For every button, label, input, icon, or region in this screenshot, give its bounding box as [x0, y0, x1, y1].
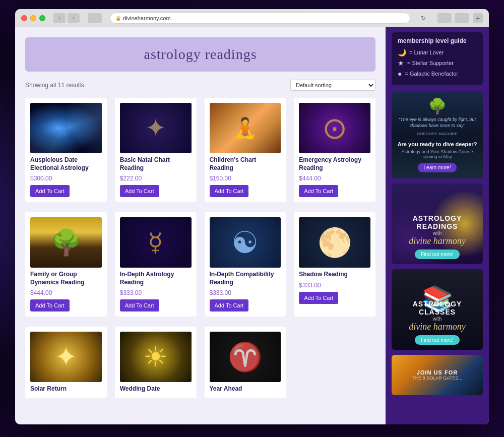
product-image-childrens[interactable]: [210, 103, 281, 153]
product-image-solar-return[interactable]: [30, 332, 102, 382]
add-to-cart-auspicious[interactable]: Add To Cart: [30, 185, 70, 197]
share-button[interactable]: [437, 13, 452, 23]
product-card-wedding: Wedding Date: [115, 327, 197, 398]
product-image-shadow[interactable]: [299, 217, 370, 268]
product-price-compat: $333.00: [210, 289, 281, 296]
product-name-compat: In-Depth Compatibility Reading: [210, 271, 281, 286]
product-card-year-ahead: Year Ahead: [205, 327, 286, 398]
sidebar-toggle[interactable]: [88, 13, 102, 23]
stellar-label: = Stellar Supporter: [407, 60, 454, 66]
product-image-emergency[interactable]: [299, 103, 370, 153]
lunar-label: = Lunar Lover: [409, 49, 444, 55]
sort-select[interactable]: Default sorting Sort by popularity Sort …: [290, 80, 375, 91]
product-grid-row1: Auspicious Date Electional Astrology $30…: [25, 98, 375, 202]
product-image-auspicious[interactable]: [30, 103, 102, 153]
product-image-year-ahead[interactable]: [210, 332, 281, 382]
add-to-cart-family[interactable]: Add To Cart: [30, 299, 70, 311]
product-name-solar-return: Solar Return: [30, 385, 102, 393]
product-card-childrens: Children's Chart Reading $150.00 Add To …: [205, 98, 286, 202]
add-to-cart-natal[interactable]: Add To Cart: [120, 185, 159, 197]
product-name-emergency: Emergency Astrology Reading: [299, 156, 370, 172]
product-card-natal: Basic Natal Chart Reading $222.00 Add To…: [115, 98, 197, 202]
astrology-readings-banner[interactable]: ASTROLOGY READINGS with divine harmony F…: [392, 183, 483, 264]
product-card-auspicious: Auspicious Date Electional Astrology $30…: [25, 98, 107, 202]
astrology-readings-bg: ASTROLOGY READINGS with divine harmony F…: [392, 183, 483, 264]
product-card-solar-return: Solar Return: [25, 327, 107, 398]
shadow-quote: "The eye is always caught by light, but …: [397, 117, 478, 129]
membership-item-galactic: ● = Galactic Benefactor: [398, 70, 477, 78]
browser-window: ‹ › 🔒 divineharmony.com ↻ + astrology re…: [15, 9, 489, 424]
close-button[interactable]: [21, 15, 27, 21]
product-card-emergency: Emergency Astrology Reading $444.00 Add …: [294, 98, 375, 202]
product-price-indepth-astro: $333.00: [120, 289, 192, 296]
product-price-childrens: $150.00: [210, 175, 281, 182]
product-image-wedding[interactable]: [120, 332, 192, 382]
stellar-icon: ★: [398, 59, 404, 67]
product-price-family: $444.00: [30, 289, 102, 296]
maximize-button[interactable]: [39, 15, 45, 21]
product-grid-row3: Solar Return Wedding Date Year Ahead: [25, 327, 375, 398]
add-to-cart-indepth-astro[interactable]: Add To Cart: [120, 299, 159, 311]
classes-with: with: [433, 316, 442, 322]
shadow-sub: Astrology and Your Shadow Course coming …: [397, 149, 478, 159]
classes-title: ASTROLOGY CLASSES: [397, 300, 478, 316]
classes-find-out-button[interactable]: Find out more!: [415, 335, 459, 345]
results-count: Showing all 11 results: [25, 82, 84, 89]
product-name-auspicious: Auspicious Date Electional Astrology: [30, 156, 102, 172]
url-text: divineharmony.com: [123, 15, 171, 21]
back-button[interactable]: ‹: [53, 13, 66, 23]
shadow-cta: Are you ready to dive deeper?: [397, 141, 478, 147]
product-name-shadow: Shadow Reading: [299, 271, 370, 279]
page-title: astrology readings: [35, 46, 365, 63]
minimize-button[interactable]: [30, 15, 36, 21]
add-to-cart-emergency[interactable]: Add To Cart: [299, 185, 338, 197]
product-card-family: Family or Group Dynamics Reading $444.00…: [25, 212, 107, 317]
membership-guide-title: membership level guide: [398, 37, 477, 44]
url-bar[interactable]: 🔒 divineharmony.com: [110, 13, 410, 24]
add-tab-button[interactable]: +: [473, 13, 483, 23]
browser-titlebar: ‹ › 🔒 divineharmony.com ↻ +: [15, 9, 489, 27]
solar-gates-banner[interactable]: JOIN US FOR THE 8 SOLAR GATES...: [392, 355, 483, 395]
browser-content: astrology readings Showing all 11 result…: [15, 27, 489, 424]
product-image-indepth-astro[interactable]: [120, 217, 192, 268]
product-grid-row2: Family or Group Dynamics Reading $444.00…: [25, 212, 375, 317]
product-price-shadow: $333.00: [299, 282, 370, 289]
galactic-label: = Galactic Benefactor: [405, 71, 458, 77]
ar-subtitle: divine harmony: [409, 236, 465, 246]
add-to-cart-childrens[interactable]: Add To Cart: [210, 185, 249, 197]
product-image-natal[interactable]: [120, 103, 192, 153]
classes-subtitle: divine harmony: [409, 322, 465, 332]
results-bar: Showing all 11 results Default sorting S…: [25, 80, 375, 91]
shadow-quote-author: GREGORY MAGUIRE: [397, 132, 478, 137]
product-name-childrens: Children's Chart Reading: [210, 156, 281, 172]
reload-button[interactable]: ↻: [417, 13, 429, 23]
nav-buttons: ‹ ›: [53, 13, 80, 23]
membership-item-stellar: ★ = Stellar Supporter: [398, 59, 477, 67]
browser-actions: [437, 13, 469, 23]
main-content: astrology readings Showing all 11 result…: [15, 27, 386, 424]
lock-icon: 🔒: [115, 16, 121, 21]
solar-gates-bg: JOIN US FOR THE 8 SOLAR GATES...: [392, 355, 483, 395]
add-to-cart-shadow[interactable]: Add To Cart: [299, 292, 338, 304]
product-price-emergency: $444.00: [299, 175, 370, 182]
product-image-compat[interactable]: [210, 217, 281, 268]
classes-banner[interactable]: ASTROLOGY CLASSES with divine harmony Fi…: [392, 269, 483, 350]
classes-bg: ASTROLOGY CLASSES with divine harmony Fi…: [392, 269, 483, 350]
forward-button[interactable]: ›: [68, 13, 80, 23]
product-name-year-ahead: Year Ahead: [210, 385, 281, 393]
product-price-auspicious: $300.00: [30, 175, 102, 182]
product-name-wedding: Wedding Date: [120, 385, 192, 393]
fullscreen-button[interactable]: [455, 13, 469, 23]
membership-guide: membership level guide 🌙 = Lunar Lover ★…: [392, 32, 483, 85]
solar-gates-join: JOIN US FOR: [417, 369, 458, 376]
shadow-course-banner[interactable]: "The eye is always caught by light, but …: [392, 91, 483, 178]
galactic-icon: ●: [398, 70, 402, 78]
product-price-natal: $222.00: [120, 175, 192, 182]
page-header: astrology readings: [25, 37, 375, 72]
product-card-indepth-astro: In-Depth Astrology Reading $333.00 Add T…: [115, 212, 197, 317]
learn-more-button[interactable]: Learn more!: [418, 163, 457, 172]
solar-gates-subtitle: THE 8 SOLAR GATES...: [412, 376, 462, 381]
ar-find-out-button[interactable]: Find out more!: [415, 249, 459, 259]
add-to-cart-compat[interactable]: Add To Cart: [210, 299, 249, 311]
product-image-family[interactable]: [30, 217, 102, 268]
